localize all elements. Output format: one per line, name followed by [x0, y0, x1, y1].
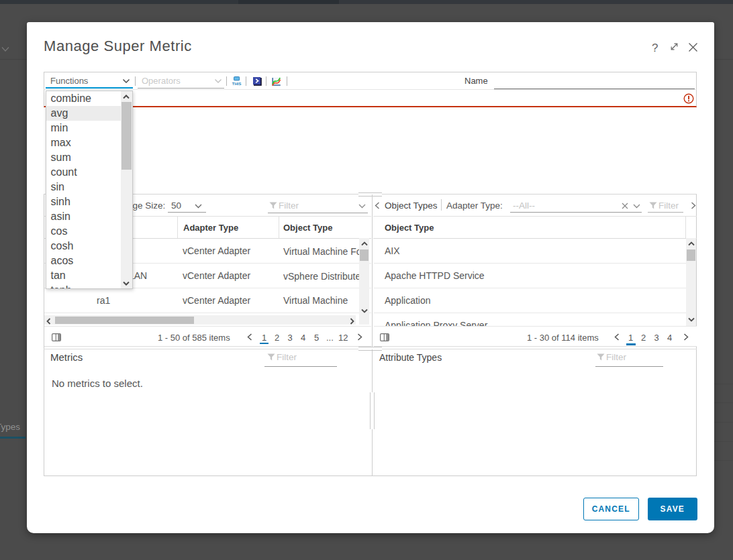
- svg-text:THIS: THIS: [232, 82, 242, 86]
